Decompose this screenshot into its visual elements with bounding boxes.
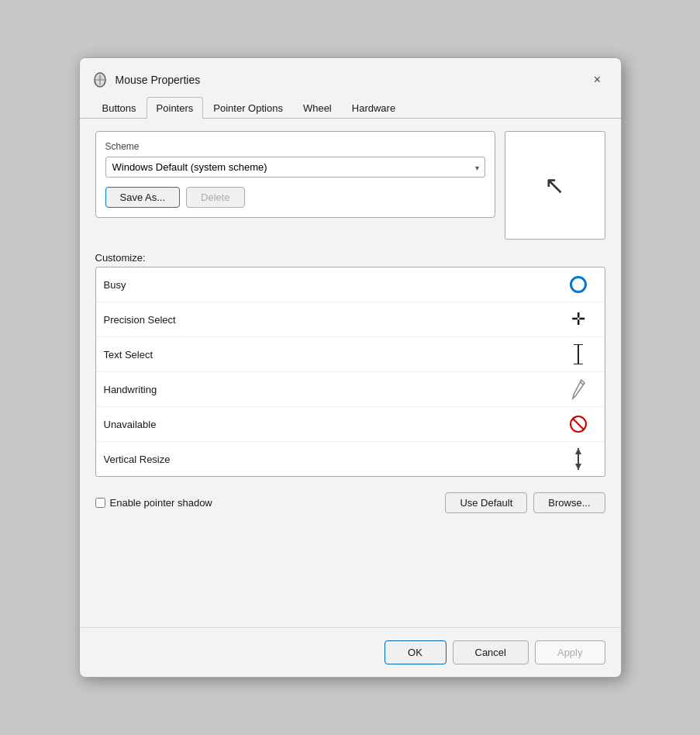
list-item[interactable]: Precision Select ✛ [96,302,605,337]
crosshair-icon: ✛ [566,307,591,332]
tab-wheel[interactable]: Wheel [293,97,342,119]
cursor-preview-icon: ↖ [544,173,565,198]
action-buttons: Use Default Browse... [445,492,605,513]
pointer-options-row: Enable pointer shadow Use Default Browse… [95,492,605,513]
resize-vertical-icon [566,447,591,471]
scheme-buttons: Save As... Delete [105,187,485,208]
customize-label: Customize: [95,252,605,264]
tab-pointer-options[interactable]: Pointer Options [203,97,293,119]
dialog-footer: OK Cancel Apply [80,627,621,677]
ok-button[interactable]: OK [384,640,447,664]
cursor-item-label: Precision Select [104,314,566,326]
cursor-list-inner[interactable]: Busy Precision Select ✛ Tex [96,267,605,476]
svg-point-3 [98,76,102,79]
cursor-list: Busy Precision Select ✛ Tex [95,267,605,477]
list-item[interactable]: Vertical Resize [96,442,605,476]
cursor-item-label: Unavailable [104,419,566,430]
cursor-item-label: Handwriting [104,384,566,395]
svg-marker-12 [575,464,581,470]
tab-pointers[interactable]: Pointers [147,97,204,119]
scheme-group: Scheme Windows Default (system scheme) W… [95,131,495,218]
tab-buttons[interactable]: Buttons [92,97,147,119]
scheme-select[interactable]: Windows Default (system scheme) Windows … [105,157,485,178]
customize-section: Customize: Busy Precision Select ✛ [95,252,605,477]
cancel-button[interactable]: Cancel [453,640,529,664]
dialog-window: Mouse Properties × Buttons Pointers Poin… [79,57,622,678]
delete-button[interactable]: Delete [186,187,245,208]
scheme-section: Scheme Windows Default (system scheme) W… [95,131,605,240]
pen-icon [566,377,591,402]
list-item[interactable]: Busy [96,267,605,302]
save-as-button[interactable]: Save As... [105,187,181,208]
tab-hardware[interactable]: Hardware [342,97,405,119]
browse-button[interactable]: Browse... [533,492,605,513]
title-bar: Mouse Properties × [80,58,621,97]
busy-icon [566,272,591,297]
tab-content: Scheme Windows Default (system scheme) W… [80,119,621,627]
list-item[interactable]: Handwriting [96,372,605,407]
cursor-item-label: Busy [104,279,566,291]
dialog-icon [92,72,108,88]
shadow-label: Enable pointer shadow [110,497,212,509]
cursor-preview: ↖ [505,131,605,240]
list-item[interactable]: Unavailable [96,407,605,442]
shadow-checkbox[interactable] [95,498,105,508]
svg-marker-11 [575,448,581,454]
apply-button[interactable]: Apply [535,640,605,664]
scheme-label: Scheme [105,141,485,152]
shadow-checkbox-label[interactable]: Enable pointer shadow [95,497,436,509]
svg-line-9 [572,419,584,430]
cursor-item-label: Text Select [104,349,566,361]
list-item[interactable]: Text Select [96,337,605,372]
scheme-select-wrapper: Windows Default (system scheme) Windows … [105,157,485,178]
cursor-item-label: Vertical Resize [104,454,566,465]
use-default-button[interactable]: Use Default [445,492,527,513]
text-cursor-icon [566,342,591,367]
tabs-bar: Buttons Pointers Pointer Options Wheel H… [80,97,621,119]
unavailable-icon [566,412,591,437]
dialog-title: Mouse Properties [116,74,579,86]
scheme-left: Scheme Windows Default (system scheme) W… [95,131,495,218]
close-button[interactable]: × [587,69,609,91]
